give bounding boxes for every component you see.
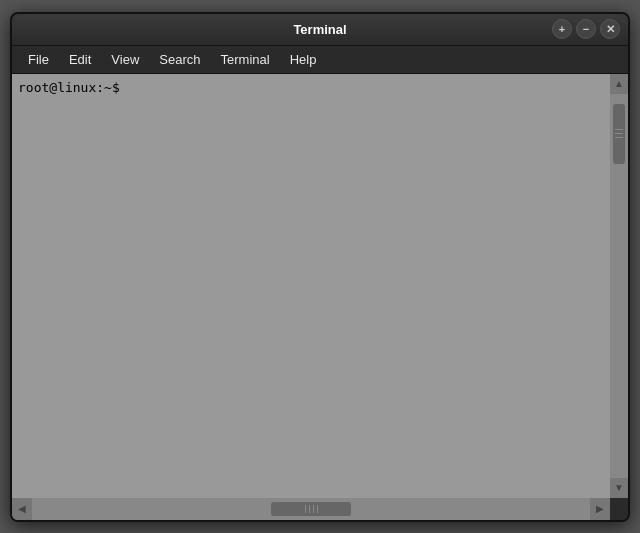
scroll-down-button[interactable]: ▼ [610,478,628,498]
hgrip-1 [305,505,306,513]
scroll-left-button[interactable]: ◀ [12,498,32,520]
hscroll-track[interactable] [32,498,590,520]
grip-line-1 [615,129,623,130]
titlebar-buttons: + − ✕ [552,19,620,39]
scroll-up-button[interactable]: ▲ [610,74,628,94]
window-title: Terminal [293,22,346,37]
terminal-prompt: root@linux:~$ [18,80,120,95]
close-button[interactable]: ✕ [600,19,620,39]
bottom-area: ◀ ▶ [12,498,628,520]
menubar: File Edit View Search Terminal Help [12,46,628,74]
hgrip-4 [317,505,318,513]
vertical-scrollbar: ▲ ▼ [610,74,628,498]
terminal-window: Terminal + − ✕ File Edit View Search Ter… [10,12,630,522]
scroll-right-button[interactable]: ▶ [590,498,610,520]
maximize-button[interactable]: + [552,19,572,39]
menu-search[interactable]: Search [149,49,210,70]
minimize-button[interactable]: − [576,19,596,39]
hgrip-3 [313,505,314,513]
horizontal-scrollbar: ◀ ▶ [12,498,610,520]
menu-file[interactable]: File [18,49,59,70]
grip-line-3 [615,137,623,138]
menu-help[interactable]: Help [280,49,327,70]
scroll-corner [610,498,628,520]
titlebar: Terminal + − ✕ [12,14,628,46]
menu-terminal[interactable]: Terminal [211,49,280,70]
menu-view[interactable]: View [101,49,149,70]
content-area: root@linux:~$ ▲ ▼ [12,74,628,498]
vscroll-track[interactable] [610,94,628,478]
hgrip-2 [309,505,310,513]
menu-edit[interactable]: Edit [59,49,101,70]
terminal-area[interactable]: root@linux:~$ [12,74,610,498]
vscroll-thumb[interactable] [613,104,625,164]
grip-line-2 [615,133,623,134]
hscroll-thumb[interactable] [271,502,351,516]
